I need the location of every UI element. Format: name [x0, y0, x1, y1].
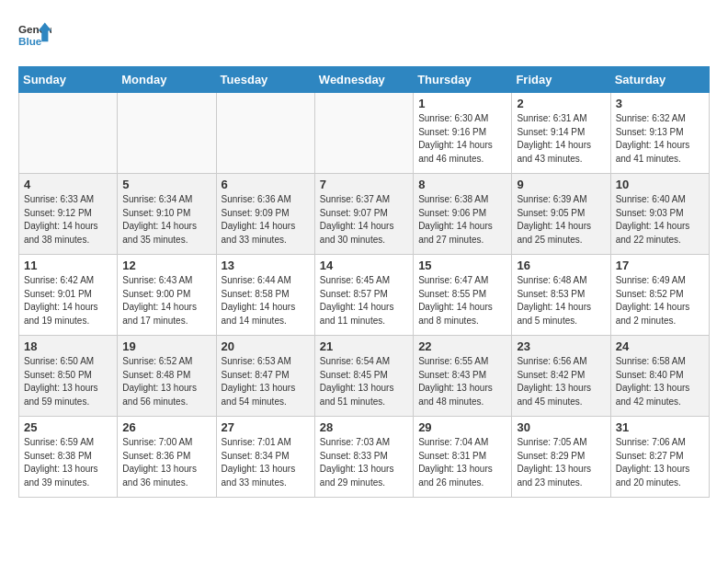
day-info: Sunrise: 6:56 AM Sunset: 8:42 PM Dayligh… [517, 355, 605, 408]
day-info: Sunrise: 7:01 AM Sunset: 8:34 PM Dayligh… [222, 436, 310, 489]
day-number: 6 [222, 178, 310, 191]
day-info: Sunrise: 6:37 AM Sunset: 9:07 PM Dayligh… [320, 193, 408, 247]
day-number: 19 [122, 339, 210, 353]
calendar-cell: 25Sunrise: 6:59 AM Sunset: 8:38 PM Dayli… [19, 417, 118, 498]
calendar-cell: 2Sunrise: 6:31 AM Sunset: 9:14 PM Daylig… [512, 93, 610, 174]
day-number: 26 [122, 420, 210, 434]
day-number: 22 [418, 339, 506, 353]
day-number: 13 [222, 259, 310, 272]
day-number: 24 [616, 339, 704, 353]
calendar-cell [118, 93, 216, 174]
day-info: Sunrise: 6:48 AM Sunset: 8:53 PM Dayligh… [517, 274, 605, 327]
calendar-cell [19, 93, 118, 174]
calendar-cell: 12Sunrise: 6:43 AM Sunset: 9:00 PM Dayli… [118, 255, 216, 336]
day-number: 4 [24, 178, 112, 191]
day-number: 17 [616, 259, 704, 272]
calendar-cell: 1Sunrise: 6:30 AM Sunset: 9:16 PM Daylig… [414, 93, 512, 174]
day-number: 27 [222, 420, 310, 434]
calendar-cell: 5Sunrise: 6:34 AM Sunset: 9:10 PM Daylig… [118, 174, 216, 255]
day-header-tuesday: Tuesday [216, 67, 314, 93]
day-number: 15 [418, 259, 506, 272]
calendar-cell: 6Sunrise: 6:36 AM Sunset: 9:09 PM Daylig… [216, 174, 314, 255]
day-info: Sunrise: 7:00 AM Sunset: 8:36 PM Dayligh… [122, 436, 210, 489]
day-number: 28 [320, 420, 408, 434]
day-info: Sunrise: 6:50 AM Sunset: 8:50 PM Dayligh… [24, 355, 112, 408]
day-info: Sunrise: 7:04 AM Sunset: 8:31 PM Dayligh… [418, 436, 506, 489]
day-number: 25 [24, 420, 112, 434]
day-info: Sunrise: 6:49 AM Sunset: 8:52 PM Dayligh… [616, 274, 704, 327]
week-row-5: 25Sunrise: 6:59 AM Sunset: 8:38 PM Dayli… [19, 417, 710, 498]
day-header-sunday: Sunday [19, 67, 118, 93]
day-info: Sunrise: 6:31 AM Sunset: 9:14 PM Dayligh… [517, 112, 605, 166]
day-number: 30 [517, 420, 605, 434]
day-info: Sunrise: 6:44 AM Sunset: 8:58 PM Dayligh… [222, 274, 310, 327]
calendar-cell: 15Sunrise: 6:47 AM Sunset: 8:55 PM Dayli… [414, 255, 512, 336]
day-info: Sunrise: 6:32 AM Sunset: 9:13 PM Dayligh… [616, 112, 704, 166]
day-number: 31 [616, 420, 704, 434]
calendar-cell: 14Sunrise: 6:45 AM Sunset: 8:57 PM Dayli… [314, 255, 413, 336]
day-info: Sunrise: 6:42 AM Sunset: 9:01 PM Dayligh… [24, 274, 112, 327]
day-info: Sunrise: 6:54 AM Sunset: 8:45 PM Dayligh… [320, 355, 408, 408]
day-number: 9 [517, 178, 605, 191]
week-row-1: 1Sunrise: 6:30 AM Sunset: 9:16 PM Daylig… [19, 93, 710, 174]
calendar-cell: 27Sunrise: 7:01 AM Sunset: 8:34 PM Dayli… [216, 417, 314, 498]
calendar-cell: 11Sunrise: 6:42 AM Sunset: 9:01 PM Dayli… [19, 255, 118, 336]
logo: General Blue [18, 18, 63, 52]
day-info: Sunrise: 6:45 AM Sunset: 8:57 PM Dayligh… [320, 274, 408, 327]
day-info: Sunrise: 6:53 AM Sunset: 8:47 PM Dayligh… [222, 355, 310, 408]
calendar-cell: 29Sunrise: 7:04 AM Sunset: 8:31 PM Dayli… [414, 417, 512, 498]
day-info: Sunrise: 6:59 AM Sunset: 8:38 PM Dayligh… [24, 436, 112, 489]
day-info: Sunrise: 6:38 AM Sunset: 9:06 PM Dayligh… [418, 193, 506, 247]
calendar-cell: 30Sunrise: 7:05 AM Sunset: 8:29 PM Dayli… [512, 417, 610, 498]
calendar-cell: 24Sunrise: 6:58 AM Sunset: 8:40 PM Dayli… [610, 336, 709, 417]
day-info: Sunrise: 6:30 AM Sunset: 9:16 PM Dayligh… [418, 112, 506, 166]
calendar-cell: 10Sunrise: 6:40 AM Sunset: 9:03 PM Dayli… [610, 174, 709, 255]
calendar-cell: 7Sunrise: 6:37 AM Sunset: 9:07 PM Daylig… [314, 174, 413, 255]
day-header-monday: Monday [118, 67, 216, 93]
day-info: Sunrise: 7:03 AM Sunset: 8:33 PM Dayligh… [320, 436, 408, 489]
calendar-cell: 26Sunrise: 7:00 AM Sunset: 8:36 PM Dayli… [118, 417, 216, 498]
day-number: 7 [320, 178, 408, 191]
day-number: 5 [122, 178, 210, 191]
calendar-cell: 23Sunrise: 6:56 AM Sunset: 8:42 PM Dayli… [512, 336, 610, 417]
calendar-cell: 21Sunrise: 6:54 AM Sunset: 8:45 PM Dayli… [314, 336, 413, 417]
calendar-cell: 31Sunrise: 7:06 AM Sunset: 8:27 PM Dayli… [610, 417, 709, 498]
svg-text:Blue: Blue [18, 35, 42, 47]
day-number: 2 [517, 97, 605, 110]
day-number: 12 [122, 259, 210, 272]
calendar-cell: 20Sunrise: 6:53 AM Sunset: 8:47 PM Dayli… [216, 336, 314, 417]
day-number: 23 [517, 339, 605, 353]
day-info: Sunrise: 6:34 AM Sunset: 9:10 PM Dayligh… [122, 193, 210, 247]
day-number: 1 [418, 97, 506, 110]
calendar-table: SundayMondayTuesdayWednesdayThursdayFrid… [18, 66, 710, 498]
day-info: Sunrise: 6:33 AM Sunset: 9:12 PM Dayligh… [24, 193, 112, 247]
day-info: Sunrise: 7:05 AM Sunset: 8:29 PM Dayligh… [517, 436, 605, 489]
logo-icon: General Blue [18, 18, 51, 52]
day-info: Sunrise: 6:58 AM Sunset: 8:40 PM Dayligh… [616, 355, 704, 408]
day-info: Sunrise: 6:47 AM Sunset: 8:55 PM Dayligh… [418, 274, 506, 327]
day-info: Sunrise: 7:06 AM Sunset: 8:27 PM Dayligh… [616, 436, 704, 489]
day-number: 18 [24, 339, 112, 353]
calendar-cell: 9Sunrise: 6:39 AM Sunset: 9:05 PM Daylig… [512, 174, 610, 255]
day-info: Sunrise: 6:36 AM Sunset: 9:09 PM Dayligh… [222, 193, 310, 247]
page-header: General Blue [18, 18, 710, 52]
calendar-cell: 3Sunrise: 6:32 AM Sunset: 9:13 PM Daylig… [610, 93, 709, 174]
day-number: 16 [517, 259, 605, 272]
week-row-3: 11Sunrise: 6:42 AM Sunset: 9:01 PM Dayli… [19, 255, 710, 336]
calendar-cell: 17Sunrise: 6:49 AM Sunset: 8:52 PM Dayli… [610, 255, 709, 336]
calendar-cell: 28Sunrise: 7:03 AM Sunset: 8:33 PM Dayli… [314, 417, 413, 498]
calendar-cell: 8Sunrise: 6:38 AM Sunset: 9:06 PM Daylig… [414, 174, 512, 255]
day-number: 20 [222, 339, 310, 353]
day-number: 8 [418, 178, 506, 191]
day-header-wednesday: Wednesday [314, 67, 413, 93]
day-number: 10 [616, 178, 704, 191]
day-info: Sunrise: 6:39 AM Sunset: 9:05 PM Dayligh… [517, 193, 605, 247]
day-info: Sunrise: 6:43 AM Sunset: 9:00 PM Dayligh… [122, 274, 210, 327]
week-row-4: 18Sunrise: 6:50 AM Sunset: 8:50 PM Dayli… [19, 336, 710, 417]
day-number: 29 [418, 420, 506, 434]
day-number: 11 [24, 259, 112, 272]
day-info: Sunrise: 6:40 AM Sunset: 9:03 PM Dayligh… [616, 193, 704, 247]
day-number: 3 [616, 97, 704, 110]
calendar-cell: 4Sunrise: 6:33 AM Sunset: 9:12 PM Daylig… [19, 174, 118, 255]
day-info: Sunrise: 6:55 AM Sunset: 8:43 PM Dayligh… [418, 355, 506, 408]
